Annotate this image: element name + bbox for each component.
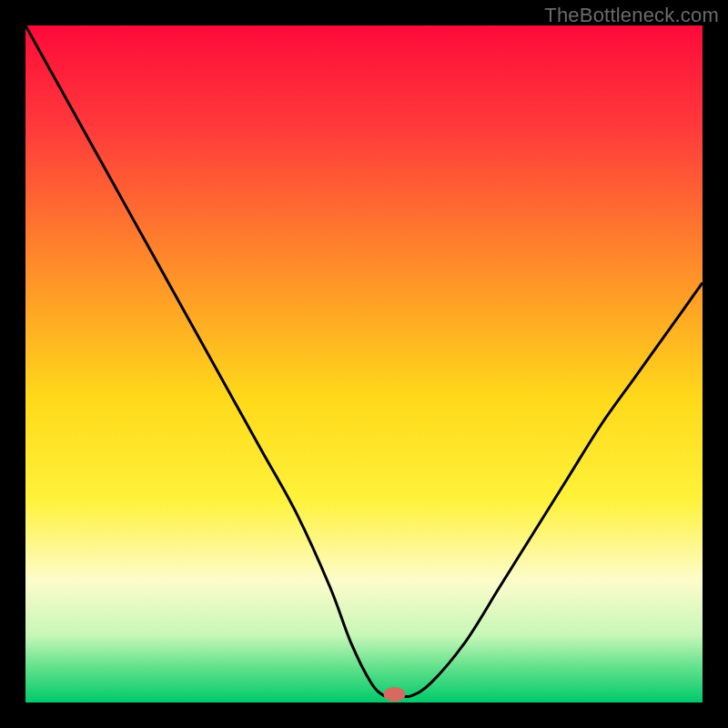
gradient-background: [25, 25, 703, 703]
optimal-marker: [384, 687, 406, 702]
bottleneck-chart: [25, 25, 703, 703]
plot-area: [25, 25, 703, 703]
chart-frame: TheBottleneck.com: [0, 0, 728, 728]
watermark-text: TheBottleneck.com: [544, 4, 719, 27]
